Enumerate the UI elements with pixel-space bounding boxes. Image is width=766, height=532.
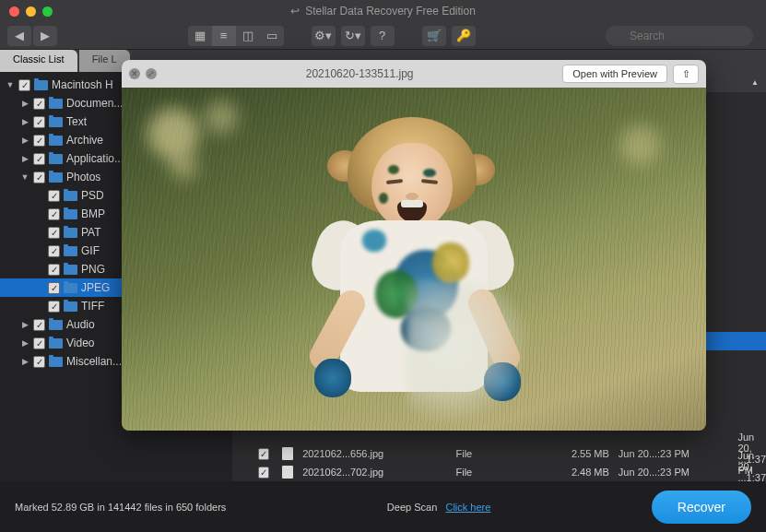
chevron-icon[interactable]: ▶ <box>20 117 29 126</box>
checkbox[interactable]: ✓ <box>33 356 45 368</box>
checkbox[interactable]: ✓ <box>48 264 60 276</box>
preview-window: ✕ ⤢ 20210620-133511.jpg Open with Previe… <box>122 60 706 431</box>
tree-label: Archive <box>66 134 103 147</box>
chevron-icon[interactable]: ▼ <box>6 80 15 89</box>
tree-label: BMP <box>81 207 105 220</box>
toolbar: ◀ ▶ ▦ ≡ ◫ ▭ ⚙▾ ↻▾ ? 🛒 🔑 <box>0 22 766 50</box>
preview-image <box>122 88 706 431</box>
help-icon[interactable]: ? <box>371 26 395 46</box>
folder-icon <box>49 338 63 349</box>
chevron-icon[interactable]: ▶ <box>20 99 29 108</box>
tree-label: Photos <box>66 171 100 183</box>
cart-icon[interactable]: 🛒 <box>422 26 446 46</box>
grid-view-icon[interactable]: ▦ <box>188 26 212 46</box>
folder-icon <box>64 301 77 312</box>
tree-label: PSD <box>81 189 104 202</box>
checkbox[interactable]: ✓ <box>48 227 60 239</box>
share-icon[interactable]: ⇧ <box>673 65 699 84</box>
tree-label: Documen... <box>66 97 123 110</box>
list-view-icon[interactable]: ≡ <box>212 26 236 46</box>
preview-expand-icon[interactable]: ⤢ <box>146 68 157 79</box>
file-created: Jun 20...:23 PM <box>619 467 729 478</box>
file-name: 2021062...656.jpg <box>302 448 446 459</box>
key-icon[interactable]: 🔑 <box>452 26 476 46</box>
file-type: File <box>455 467 540 478</box>
file-icon <box>282 466 293 479</box>
traffic-lights <box>9 6 53 17</box>
folder-icon <box>34 80 48 90</box>
chevron-icon[interactable]: ▼ <box>20 172 29 182</box>
minimize-window-button[interactable] <box>26 6 36 17</box>
history-icon[interactable]: ↻▾ <box>341 26 365 46</box>
file-icon <box>282 447 293 460</box>
folder-icon <box>64 246 77 256</box>
checkbox[interactable]: ✓ <box>258 448 269 460</box>
file-row[interactable]: ✓ 2021062...656.jpg File 2.55 MB Jun 20.… <box>232 444 766 463</box>
folder-icon <box>49 136 63 146</box>
tree-label: JPEG <box>81 281 110 294</box>
maximize-window-button[interactable] <box>42 6 53 17</box>
folder-icon <box>49 154 63 164</box>
file-size: 2.55 MB <box>549 448 608 459</box>
back-arrow-icon: ↩ <box>290 5 300 18</box>
tree-label: GIF <box>81 244 100 257</box>
tree-label: PAT <box>81 226 101 239</box>
search-input[interactable] <box>606 26 753 46</box>
open-with-preview-button[interactable]: Open with Preview <box>562 65 667 83</box>
folder-icon <box>49 117 63 127</box>
tree-label: Macintosh H <box>52 78 113 91</box>
tree-label: Video <box>66 337 94 349</box>
column-view-icon[interactable]: ◫ <box>236 26 260 46</box>
chevron-icon[interactable]: ▶ <box>20 338 29 348</box>
checkbox[interactable]: ✓ <box>33 153 45 165</box>
folder-icon <box>49 172 63 183</box>
view-mode-group: ▦ ≡ ◫ ▭ <box>188 26 284 46</box>
checkbox[interactable]: ✓ <box>48 282 60 294</box>
deep-scan-label: Deep Scan <box>387 502 437 513</box>
checkbox[interactable]: ✓ <box>33 116 45 128</box>
checkbox[interactable]: ✓ <box>33 319 45 331</box>
tree-label: Applicatio... <box>66 152 124 165</box>
recover-button[interactable]: Recover <box>652 491 751 524</box>
checkbox[interactable]: ✓ <box>18 79 30 91</box>
file-created: Jun 20...:23 PM <box>619 448 729 459</box>
settings-gear-icon[interactable]: ⚙▾ <box>312 26 336 46</box>
checkbox[interactable]: ✓ <box>48 208 60 220</box>
app-title-text: Stellar Data Recovery Free Edition <box>305 5 476 18</box>
chevron-icon[interactable]: ▶ <box>20 154 29 163</box>
nav-forward-button[interactable]: ▶ <box>33 26 57 46</box>
checkbox[interactable]: ✓ <box>48 301 60 313</box>
chevron-icon[interactable]: ▶ <box>20 320 29 329</box>
checkbox[interactable]: ✓ <box>48 190 60 202</box>
checkbox[interactable]: ✓ <box>33 337 45 349</box>
folder-icon <box>64 209 77 219</box>
preview-titlebar: ✕ ⤢ 20210620-133511.jpg Open with Previe… <box>122 60 706 88</box>
checkbox[interactable]: ✓ <box>33 135 45 147</box>
folder-icon <box>64 228 77 238</box>
tree-label: Text <box>66 115 87 128</box>
file-type: File <box>455 448 540 459</box>
nav-back-button[interactable]: ◀ <box>7 26 31 46</box>
folder-icon <box>64 191 77 201</box>
file-modified: Jun 20, ...1:37 PM <box>737 450 766 481</box>
tree-label: Audio <box>66 318 95 331</box>
close-window-button[interactable] <box>9 6 19 17</box>
checkbox[interactable]: ✓ <box>33 171 45 183</box>
tab-classic-list[interactable]: Classic List <box>0 50 77 72</box>
preview-close-icon[interactable]: ✕ <box>129 68 140 79</box>
checkbox[interactable]: ✓ <box>48 245 60 257</box>
gallery-view-icon[interactable]: ▭ <box>260 26 284 46</box>
file-size: 2.48 MB <box>549 467 608 478</box>
tree-label: Miscellan... <box>66 355 122 368</box>
folder-icon <box>64 265 77 275</box>
window-titlebar: ↩ Stellar Data Recovery Free Edition <box>0 0 766 22</box>
chevron-icon[interactable]: ▶ <box>20 136 29 145</box>
sort-icon: ▲ <box>751 78 759 87</box>
deep-scan-link[interactable]: Click here <box>445 502 490 513</box>
folder-icon <box>49 320 63 330</box>
folder-icon <box>49 357 63 367</box>
chevron-icon[interactable]: ▶ <box>20 357 29 366</box>
file-row[interactable]: ✓ 2021062...702.jpg File 2.48 MB Jun 20.… <box>232 463 766 481</box>
checkbox[interactable]: ✓ <box>33 98 45 110</box>
checkbox[interactable]: ✓ <box>258 467 269 479</box>
